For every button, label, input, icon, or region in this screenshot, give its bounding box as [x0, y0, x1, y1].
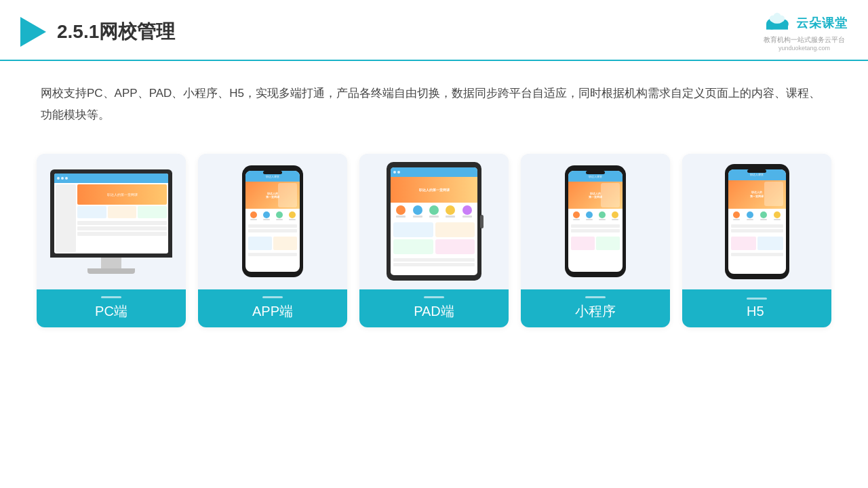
tab-icon-l2: [413, 216, 422, 218]
phone-banner-img: [278, 183, 297, 207]
icon-label-3: [276, 219, 283, 220]
tab-row-2: [393, 263, 475, 266]
tablet-rows: [391, 256, 477, 270]
phone-notch-mini: [586, 171, 605, 174]
h5-content-rows: [728, 223, 786, 235]
tab-icon-l3: [429, 216, 439, 218]
tab-icon-c5: [462, 205, 472, 215]
screen-body: 职达人的第一堂网课: [54, 183, 168, 253]
card-mini-label-text: 小程序: [575, 304, 616, 319]
description-text: 网校支持PC、APP、PAD、小程序、H5，实现多端打通，产品各终端自由切换，数…: [0, 61, 868, 140]
tab-icon-l5: [462, 216, 472, 218]
tablet-button: [480, 215, 484, 228]
tab-icon-c1: [396, 205, 406, 215]
card-h5: 职达人课堂 职达人的第一堂网课: [682, 154, 831, 327]
card-h5-image: 职达人课堂 职达人的第一堂网课: [682, 154, 831, 289]
card-pc: 职达人的第一堂网课: [37, 154, 186, 327]
mini-card-2: [596, 237, 620, 250]
phone-row-1: [248, 224, 297, 228]
h5-label-4: [774, 219, 781, 220]
tab-icon-c3: [429, 205, 439, 215]
phone-screen-h5: 职达人课堂 职达人的第一堂网课: [728, 169, 786, 274]
monitor-screen-inner: 职达人的第一堂网课: [54, 174, 168, 253]
phone-screen-app: 职达人课堂 职达人的第一堂网课: [245, 171, 300, 272]
monitor-body: 职达人的第一堂网课: [50, 169, 172, 258]
screen-row-2: [77, 226, 167, 230]
tablet-screen-header: [391, 167, 477, 177]
h5-card-1: [731, 237, 757, 250]
tablet-grid: [391, 220, 477, 256]
tab-icon-c4: [446, 205, 455, 215]
tablet-icon-5: [462, 205, 472, 218]
tab-grid-1: [393, 222, 433, 237]
phone-content-rows-2: [245, 251, 300, 259]
h5-row-3: [731, 253, 783, 256]
tab-icon-l4: [446, 216, 455, 218]
tablet-mockup: 职达人的第一堂网课: [387, 162, 481, 281]
mini-label-2: [586, 219, 593, 220]
phone-content-rows: [245, 223, 300, 235]
label-bar-pad: [424, 296, 444, 298]
screen-rows: [77, 221, 167, 237]
card-app-label: APP端: [198, 289, 347, 327]
phone-icon-3: [276, 211, 283, 220]
mini-row-2: [571, 229, 620, 232]
tab-grid-2: [435, 222, 475, 237]
phone-card-2: [273, 237, 297, 250]
card-app-label-text: APP端: [252, 304, 293, 319]
monitor-base: [87, 268, 135, 274]
phone-banner-text: 职达人的第一堂网课: [266, 192, 279, 199]
tablet-icons-row: [391, 203, 477, 220]
tab-dot-1: [393, 171, 396, 174]
svg-rect-3: [766, 24, 788, 30]
screen-header-bar: [54, 174, 168, 183]
tab-grid-3: [393, 239, 433, 254]
phone-screen-mini: 职达人课堂 职达人的第一堂网课: [568, 171, 623, 272]
mini-card-section: [568, 235, 623, 251]
mini-circle-1: [573, 211, 580, 218]
card-pad-label-text: PAD端: [414, 304, 454, 319]
mini-icon-4: [612, 211, 618, 220]
mini-label-1: [573, 219, 580, 220]
h5-icon-2: [747, 211, 753, 220]
phone-card-section: [245, 235, 300, 251]
phone-mockup-app: 职达人课堂 职达人的第一堂网课: [242, 165, 303, 277]
screen-card-2: [108, 206, 137, 218]
h5-icon-1: [733, 211, 740, 220]
screen-card-1: [77, 206, 106, 218]
phone-row-2: [248, 229, 297, 232]
card-miniprogram: 职达人课堂 职达人的第一堂网课: [521, 154, 670, 327]
mini-icon-2: [586, 211, 593, 220]
phone-banner-img-mini: [601, 183, 620, 207]
mini-label-3: [599, 219, 606, 220]
h5-card-section: [728, 235, 786, 251]
card-pc-label: PC端: [37, 289, 186, 327]
h5-icon-4: [774, 211, 781, 220]
play-icon: [20, 17, 46, 47]
icon-circle-4: [289, 211, 296, 218]
phone-notch: [263, 171, 282, 174]
phone-icon-4: [289, 211, 296, 220]
mini-content-rows: [568, 223, 623, 235]
logo-cloud: 云朵课堂: [761, 12, 848, 34]
mini-label-4: [612, 219, 618, 220]
mini-circle-3: [599, 211, 606, 218]
screen-banner: 职达人的第一堂网课: [77, 184, 167, 205]
cards-container: 职达人的第一堂网课: [0, 140, 868, 348]
h5-label-1: [733, 219, 740, 220]
monitor-stand: [101, 258, 121, 268]
icon-label-4: [289, 219, 296, 220]
card-pad-label: PAD端: [359, 289, 509, 327]
label-bar: [101, 296, 121, 298]
mini-row-1: [571, 224, 620, 228]
tablet-banner: 职达人的第一堂网课: [391, 177, 477, 203]
screen-row-3: [77, 232, 167, 236]
card-h5-label-text: H5: [747, 304, 764, 319]
screen-card-3: [138, 206, 167, 218]
phone-icons-row-h5: [728, 209, 786, 223]
monitor-screen: 职达人的第一堂网课: [54, 174, 168, 253]
h5-label-2: [747, 219, 753, 220]
h5-label-3: [760, 219, 767, 220]
phone-mockup-mini: 职达人课堂 职达人的第一堂网课: [565, 165, 626, 277]
phone-banner-app: 职达人的第一堂网课: [245, 182, 300, 209]
